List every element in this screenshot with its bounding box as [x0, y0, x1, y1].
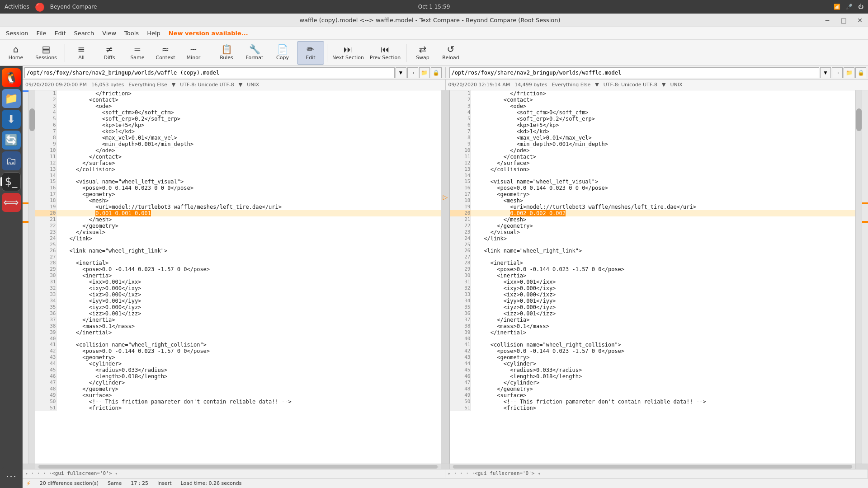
- dock-files2-button[interactable]: 🗂: [2, 151, 21, 170]
- line-content[interactable]: <pose>0.0 -0.144 0.023 -1.57 0 0</pose>: [471, 266, 855, 272]
- line-content[interactable]: </ode>: [56, 147, 441, 154]
- line-content[interactable]: <kd>1</kd>: [56, 128, 441, 135]
- right-path-lock[interactable]: 🔒: [855, 67, 866, 78]
- line-content[interactable]: <min_depth>0.001</min_depth>: [471, 141, 855, 147]
- line-content[interactable]: <inertia>: [56, 272, 441, 279]
- toolbar-prev-section-button[interactable]: ⏮ Prev Section: [367, 41, 403, 65]
- line-content[interactable]: <radius>0.033</radius>: [471, 367, 855, 373]
- toolbar-reload-button[interactable]: ↺ Reload: [437, 41, 464, 65]
- left-path-input[interactable]: [24, 67, 395, 78]
- right-path-input[interactable]: [449, 67, 820, 78]
- left-path-folder[interactable]: 📁: [419, 67, 430, 78]
- toolbar-swap-button[interactable]: ⇄ Swap: [409, 41, 436, 65]
- line-content[interactable]: <ode>: [471, 103, 855, 109]
- line-content[interactable]: <min_depth>0.001</min_depth>: [56, 141, 441, 147]
- left-h-scroll-bar[interactable]: [38, 465, 438, 469]
- line-content[interactable]: <iyz>0.000</iyz>: [56, 304, 441, 310]
- line-content[interactable]: <uri>model://turtlebot3 waffle/meshes/le…: [56, 204, 441, 210]
- line-content[interactable]: <!-- This friction pamareter don't conta…: [56, 399, 441, 405]
- line-content[interactable]: </mesh>: [471, 216, 855, 223]
- line-content[interactable]: <ixx>0.001</ixx>: [471, 279, 855, 285]
- left-path-go[interactable]: →: [407, 67, 418, 78]
- line-content[interactable]: <geometry>: [471, 191, 855, 197]
- right-h-scroll[interactable]: ◂ ▸: [450, 464, 855, 469]
- left-vscroll[interactable]: [29, 90, 35, 464]
- right-path-go[interactable]: →: [832, 67, 843, 78]
- right-vscroll[interactable]: [855, 90, 862, 464]
- dock-files-button[interactable]: 📁: [2, 89, 21, 108]
- line-content[interactable]: <length>0.018</length>: [471, 373, 855, 380]
- line-content[interactable]: <collision name="wheel_right_collision">: [471, 342, 855, 348]
- line-content[interactable]: <geometry>: [471, 354, 855, 361]
- line-content[interactable]: <geometry>: [56, 354, 441, 361]
- line-content[interactable]: <pose>0.0 -0.144 0.023 -1.57 0 0</pose>: [56, 348, 441, 354]
- line-content[interactable]: </friction>: [56, 90, 441, 97]
- line-content[interactable]: </inertial>: [56, 329, 441, 336]
- line-content[interactable]: <surface>: [471, 392, 855, 399]
- line-content[interactable]: [471, 173, 855, 178]
- line-content[interactable]: <soft_cfm>0</soft_cfm>: [56, 109, 441, 116]
- menu-session[interactable]: Session: [2, 29, 32, 38]
- line-content[interactable]: <friction>: [56, 405, 441, 411]
- line-content[interactable]: <contact>: [471, 97, 855, 103]
- line-content[interactable]: <uri>model://turtlebot3 waffle/meshes/le…: [471, 204, 855, 210]
- line-content[interactable]: </mesh>: [56, 216, 441, 223]
- menu-help[interactable]: Help: [143, 29, 164, 38]
- right-vscroll-thumb[interactable]: [856, 108, 862, 131]
- line-content[interactable]: <max_vel>0.01</max_vel>: [56, 135, 441, 141]
- line-content[interactable]: </visual>: [56, 229, 441, 235]
- line-content[interactable]: <ixz>0.000</ixz>: [471, 291, 855, 298]
- line-content[interactable]: <pose>0.0 -0.144 0.023 -1.57 0 0</pose>: [471, 348, 855, 354]
- line-content[interactable]: <pose>0.0 0.144 0.023 0 0 0</pose>: [471, 185, 855, 191]
- line-content[interactable]: <ixx>0.001</ixx>: [56, 279, 441, 285]
- left-path-dropdown[interactable]: ▼: [396, 67, 406, 78]
- line-content[interactable]: <length>0.018</length>: [56, 373, 441, 380]
- line-content[interactable]: </friction>: [471, 90, 855, 97]
- line-content[interactable]: </cylinder>: [56, 380, 441, 386]
- close-button[interactable]: ✕: [852, 14, 868, 27]
- line-content[interactable]: [56, 254, 441, 260]
- line-content[interactable]: <!-- This friction pamareter don't conta…: [471, 399, 855, 405]
- line-content[interactable]: </contact>: [56, 154, 441, 160]
- right-path-dropdown[interactable]: ▼: [820, 67, 831, 78]
- line-content[interactable]: [471, 336, 855, 342]
- line-content[interactable]: <inertial>: [56, 260, 441, 266]
- line-content[interactable]: </geometry>: [471, 386, 855, 392]
- line-content[interactable]: <visual name="wheel_left_visual">: [471, 178, 855, 185]
- line-content[interactable]: <inertial>: [471, 260, 855, 266]
- toolbar-format-button[interactable]: 🔧 Format: [241, 41, 268, 65]
- line-content[interactable]: <cylinder>: [471, 361, 855, 367]
- right-h-scroll-bar[interactable]: [453, 465, 852, 469]
- line-content[interactable]: <izz>0.001</izz>: [471, 310, 855, 317]
- minimize-button[interactable]: ─: [819, 14, 835, 27]
- line-content[interactable]: <izz>0.001</izz>: [56, 310, 441, 317]
- line-content[interactable]: <surface>: [56, 392, 441, 399]
- line-content[interactable]: <mesh>: [471, 197, 855, 204]
- toolbar-home-button[interactable]: ⌂ Home: [2, 41, 29, 65]
- line-content[interactable]: </geometry>: [56, 223, 441, 229]
- line-content[interactable]: <ixy>0.000</ixy>: [471, 285, 855, 291]
- line-content[interactable]: </cylinder>: [471, 380, 855, 386]
- line-content[interactable]: <kp>1e+5</kp>: [56, 122, 441, 128]
- toolbar-copy-button[interactable]: 📄 Copy: [269, 41, 296, 65]
- line-content[interactable]: <link name="wheel_right_link">: [471, 248, 855, 254]
- dock-terminal-button[interactable]: $_: [2, 172, 21, 191]
- line-content[interactable]: </link>: [56, 235, 441, 242]
- right-path-folder[interactable]: 📁: [844, 67, 854, 78]
- line-content[interactable]: </visual>: [471, 229, 855, 235]
- line-content[interactable]: 0.002 0.002 0.002: [471, 210, 855, 216]
- line-content[interactable]: <contact>: [56, 97, 441, 103]
- line-content[interactable]: <mass>0.1</mass>: [56, 323, 441, 329]
- menu-file[interactable]: File: [33, 29, 50, 38]
- line-content[interactable]: <link name="wheel_right_link">: [56, 248, 441, 254]
- line-content[interactable]: <soft_cfm>0</soft_cfm>: [471, 109, 855, 116]
- line-content[interactable]: <visual name="wheel_left_visual">: [56, 178, 441, 185]
- menu-tools[interactable]: Tools: [121, 29, 142, 38]
- line-content[interactable]: <collision name="wheel_right_collision">: [56, 342, 441, 348]
- dock-bc-button[interactable]: ⟺: [2, 193, 21, 212]
- line-content[interactable]: <mesh>: [56, 197, 441, 204]
- line-content[interactable]: </surface>: [56, 160, 441, 166]
- line-content[interactable]: <max_vel>0.01</max_vel>: [471, 135, 855, 141]
- line-content[interactable]: </contact>: [471, 154, 855, 160]
- toolbar-diffs-button[interactable]: ≠ Diffs: [96, 41, 123, 65]
